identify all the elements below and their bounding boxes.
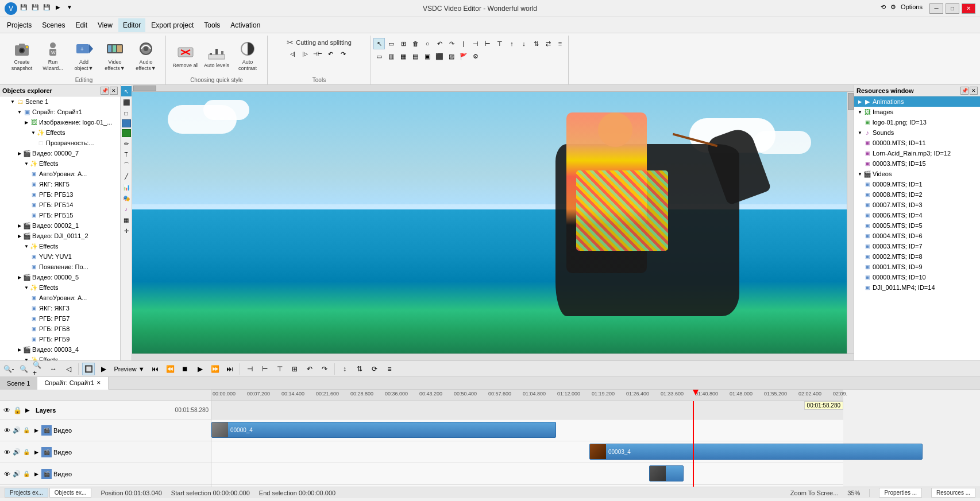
tree-video3-4[interactable]: ▶🎬Видео: 00003_4 [0, 344, 120, 355]
tree-rgb14[interactable]: ▣РГБ: РГБ14 [0, 200, 120, 210]
menu-view[interactable]: View [93, 18, 117, 32]
tree-fx-v5[interactable]: ▼✨Effects [0, 282, 120, 293]
status-properties-tab[interactable]: Properties ... [879, 488, 922, 498]
menu-scenes[interactable]: Scenes [37, 18, 70, 32]
add-object-button[interactable]: + Add object▼ [69, 37, 99, 75]
sprite1-tab-close[interactable]: ✕ [97, 380, 101, 386]
tl-vol-v3[interactable]: 🔊 [12, 469, 21, 479]
side-table-btn[interactable]: ▦ [121, 215, 132, 225]
video-effects-button[interactable]: Video effects▼ [100, 37, 130, 75]
timeline-tab-sprite1[interactable]: Спрайт: Спрайт1 ✕ [37, 377, 109, 390]
res-videos[interactable]: ▼ 🎬 Videos [854, 169, 980, 179]
tl-clip-00000-4[interactable]: 00000_4 [211, 422, 556, 438]
tl-arrow-btn[interactable]: ◁ [62, 363, 75, 375]
tree-yakg3[interactable]: ▣ЯКГ: ЯКГ3 [0, 303, 120, 313]
tl-magnet-btn[interactable]: 🔲 [82, 363, 95, 375]
tree-fx-v7[interactable]: ▼ ✨ Effects [0, 158, 120, 169]
tl-to-start[interactable]: ⏮ [149, 363, 161, 375]
remove-all-button[interactable]: Remove all [171, 40, 200, 72]
tl-zoom-out-btn[interactable]: 🔍- [2, 363, 15, 375]
qa-save3[interactable]: 💾 [41, 2, 52, 13]
menu-export[interactable]: Export project [146, 18, 198, 32]
res-sound2[interactable]: ▣Lorn-Acid_Rain.mp3; ID=12 [854, 148, 980, 158]
toggle-fx-v5[interactable]: ▼ [23, 284, 30, 291]
side-figure-btn[interactable]: 🎭 [121, 193, 132, 203]
clip-tool3[interactable]: ▦ [398, 51, 409, 62]
toggle-dji[interactable]: ▶ [16, 232, 23, 239]
tl-expand[interactable]: ↕ [338, 363, 351, 375]
tree-fx-v34[interactable]: ▼✨Effects [0, 355, 120, 360]
tree-video-dji[interactable]: ▶ 🎬 Видео: DJI_0011_2 [0, 231, 120, 241]
tree-transparency[interactable]: □ Прозрачность:... [0, 138, 120, 148]
tree-rgb13[interactable]: ▣РГБ: РГБ13 [0, 189, 120, 200]
side-color-green[interactable] [122, 129, 131, 137]
res-v8[interactable]: ▣00002.MTS; ID=8 [854, 251, 980, 262]
copy-tool[interactable]: ⊞ [398, 38, 409, 49]
toggle-v5[interactable]: ▶ [16, 274, 23, 281]
toggle-v34[interactable]: ▶ [16, 346, 23, 353]
toggle-fx-dji[interactable]: ▼ [23, 243, 30, 250]
status-resources-tab[interactable]: Resources ... [931, 488, 975, 498]
clip-tool7[interactable]: ▨ [446, 51, 457, 62]
tree-sprite1[interactable]: ▼ ▣ Спрайт: Спрайт1 [0, 107, 120, 117]
toggle-fx-v7[interactable]: ▼ [23, 160, 30, 167]
tl-lock-layers[interactable]: 🔒 [13, 406, 22, 415]
side-rect-btn[interactable]: □ [121, 108, 132, 118]
auto-levels-button[interactable]: Auto levels [202, 40, 232, 72]
maximize-button[interactable]: □ [946, 3, 959, 14]
clip-tool2[interactable]: ▥ [385, 51, 397, 62]
side-text-btn[interactable]: T [121, 149, 132, 160]
split-btn[interactable]: ⊣⊢ [312, 48, 323, 60]
clip-tool1[interactable]: ▭ [373, 51, 385, 62]
status-tab-objects[interactable]: Objects ex... [49, 488, 92, 498]
res-pin-btn[interactable]: 📌 [960, 87, 969, 95]
res-v10[interactable]: ▣00000.MTS; ID=10 [854, 272, 980, 282]
auto-contrast-button[interactable]: Auto contrast [233, 37, 263, 75]
audio-effects-button[interactable]: Audio effects▼ [131, 37, 161, 75]
tl-zoom-fit-btn[interactable]: 🔍 [17, 363, 30, 375]
tree-video5[interactable]: ▶🎬Видео: 00000_5 [0, 272, 120, 282]
res-v1[interactable]: ▣00009.MTS; ID=1 [854, 179, 980, 189]
clip-tool4[interactable]: ▤ [410, 51, 421, 62]
res-snd-toggle[interactable]: ▼ [856, 129, 863, 136]
tl-eye-v3[interactable]: 👁 [2, 469, 11, 479]
side-chart-btn[interactable]: 📊 [121, 182, 132, 192]
align-center-tool[interactable]: ⊢ [482, 38, 493, 49]
select-tool[interactable]: ↖ [373, 38, 385, 49]
qa-save2[interactable]: 💾 [30, 2, 40, 13]
res-img-toggle[interactable]: ▼ [856, 108, 863, 115]
tl-lock-v3[interactable]: 🔒 [22, 469, 31, 479]
tree-fx-dji[interactable]: ▼✨Effects [0, 241, 120, 251]
tl-lock-v1[interactable]: 🔒 [22, 426, 31, 435]
tree-appear[interactable]: ▣Появление: По... [0, 262, 120, 272]
res-v3[interactable]: ▣00007.MTS; ID=3 [854, 200, 980, 210]
toggle-fx-image[interactable]: ▼ [30, 129, 37, 136]
timeline-right-panel[interactable]: 00:00.000 00:07.200 00:14.400 00:21.600 … [211, 390, 980, 487]
more-tool[interactable]: ≡ [554, 38, 566, 49]
tl-clip-small[interactable] [649, 465, 684, 481]
tl-prev-frame[interactable]: ⏪ [164, 363, 176, 375]
tl-lock-v2[interactable]: 🔒 [22, 448, 31, 457]
tree-autolevel1[interactable]: ▣АвтоУровни: А... [0, 169, 120, 179]
tree-rgb7[interactable]: ▣РГБ: РГБ7 [0, 313, 120, 324]
toggle-v2[interactable]: ▶ [16, 222, 23, 229]
toggle-sprite1[interactable]: ▼ [16, 108, 23, 115]
toggle-scene1[interactable]: ▼ [9, 98, 16, 105]
status-tab-projects[interactable]: Projects ex... [5, 488, 48, 498]
tree-yuv1[interactable]: ▣YUV: YUV1 [0, 251, 120, 262]
split2-tool[interactable]: | [458, 38, 469, 49]
tl-redo2[interactable]: ↷ [318, 363, 331, 375]
side-pencil-btn[interactable]: ✏ [121, 138, 132, 149]
cut-right-btn[interactable]: |▷ [299, 48, 311, 60]
tree-rgb8[interactable]: ▣РГБ: РГБ8 [0, 324, 120, 334]
tl-expand-v2[interactable]: ▶ [32, 448, 41, 457]
tree-al3[interactable]: ▣АвтоУровни: А... [0, 293, 120, 303]
undo-btn[interactable]: ↶ [325, 48, 336, 60]
tl-expand-v1[interactable]: ▶ [32, 426, 41, 435]
tree-rgb15[interactable]: ▣РГБ: РГБ15 [0, 210, 120, 220]
panel-pin-btn[interactable]: 📌 [101, 87, 109, 95]
tl-mark-out[interactable]: ⊢ [258, 363, 271, 375]
tl-to-end[interactable]: ⏭ [223, 363, 236, 375]
redo-btn[interactable]: ↷ [337, 48, 349, 60]
circle-tool[interactable]: ○ [422, 38, 433, 49]
